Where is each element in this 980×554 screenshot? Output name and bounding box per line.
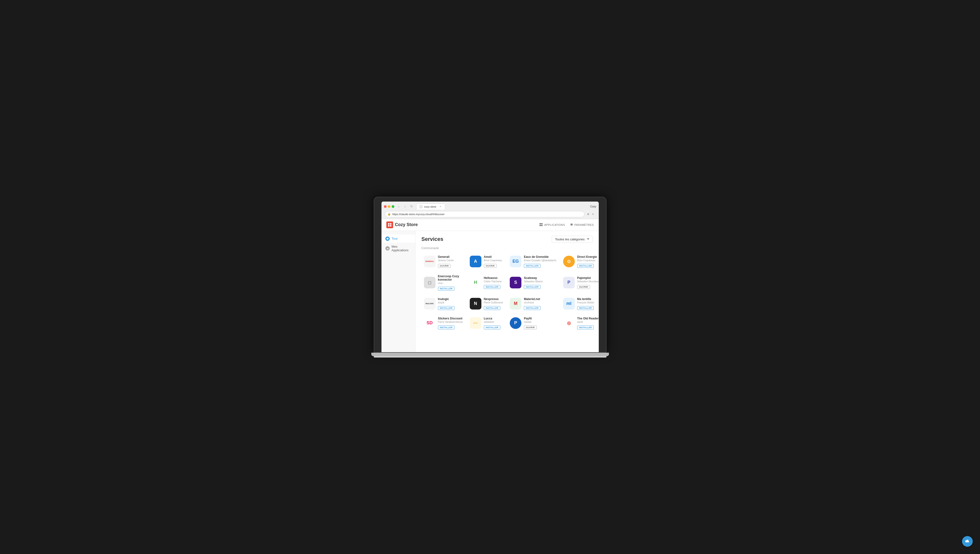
main-layout: Tout ☁ Mes Applications Services — [382, 231, 599, 352]
app-icon-enercoop: ◻ — [424, 277, 436, 288]
app-action-btn-nespresso[interactable]: INSTALLER — [484, 306, 501, 310]
app-icon-payfit: P — [510, 317, 522, 329]
browser-action-btn-2[interactable]: ≡ — [591, 212, 595, 217]
app-info-stickers-discount: Stickers DiscountPierre VandekerckhoveIN… — [438, 317, 463, 330]
app-logo-text: Cozy Store — [395, 222, 418, 227]
app-name-helloasso: Helloasso — [484, 276, 503, 280]
app-action-btn-inulogic[interactable]: INSTALLER — [438, 306, 455, 310]
app-icon-pajemploi: P — [563, 277, 575, 288]
app-action-btn-ameli[interactable]: OUVRIR — [484, 264, 497, 268]
app-card-stickers-discount: SDStickers DiscountPierre Vandekerckhove… — [422, 314, 465, 332]
app-action-btn-materielnet[interactable]: INSTALLER — [524, 306, 541, 310]
app-icon-generali: GENERALI — [424, 256, 436, 267]
app-nav: APPLICATIONS PARAMÈTRES — [539, 223, 594, 226]
app-name-direct-energie: Direct Energie — [577, 255, 599, 259]
laptop-base — [371, 353, 609, 356]
maximize-window-button[interactable] — [392, 205, 395, 208]
app-card-eaux-grenoble: EGEaux de GrenobleErwon Guyader (@tarata… — [508, 253, 559, 270]
tab-title: cozy-store — [424, 205, 436, 208]
logo-icon — [386, 221, 393, 228]
app-icon-direct-energie: ⊙ — [563, 256, 575, 267]
app-icon-materielnet: M — [510, 298, 522, 309]
app-info-helloasso: HelloassoCédric PatchaneINSTALLER — [484, 276, 503, 289]
nav-applications-label: APPLICATIONS — [544, 223, 565, 226]
browser-toolbar: ‹ › ↻ cozy-store × Cozy — [384, 204, 597, 211]
app-name-malentille: Ma lentille — [577, 298, 599, 301]
app-action-btn-payfit[interactable]: OUVRIR — [524, 325, 537, 330]
app-info-enercoop: Enercoop Cozy konnectorchut...INSTALLER — [438, 275, 463, 291]
app-card-ameli: AAmeliBrice CoquereauOUVRIR — [467, 253, 505, 270]
nav-parametres[interactable]: PARAMÈTRES — [570, 223, 594, 226]
app-action-btn-malentille[interactable]: INSTALLER — [577, 306, 594, 310]
app-name-scaleway: Scaleway — [524, 276, 556, 280]
tab-close-button[interactable]: × — [439, 205, 442, 209]
app-author-old-reader: iaedit — [577, 321, 599, 323]
app-author-scaleway: Sébastien Blaisot — [524, 280, 556, 283]
address-bar[interactable]: 🔒 https://claude-store.mycozy.cloud/#/di… — [385, 211, 584, 217]
app-name-nespresso: Nespresso — [484, 298, 503, 301]
minimize-window-button[interactable] — [388, 205, 390, 208]
app-card-direct-energie: ⊙Direct EnergieBrice CoquereauINSTALLER — [561, 253, 599, 270]
sidebar-icon-tout — [385, 237, 390, 241]
app-header: Cozy Store APPLICATIONS — [382, 219, 599, 231]
traffic-lights — [384, 205, 395, 208]
svg-point-8 — [387, 238, 388, 240]
app-info-pajemploi: PajemploiSébastien NicouleauOUVRIR — [577, 276, 599, 289]
app-action-btn-generali[interactable]: OUVRIR — [438, 264, 451, 268]
app-card-old-reader: ◎The Old ReaderiaeditINSTALLER — [561, 314, 599, 332]
reload-button[interactable]: ↻ — [409, 204, 414, 209]
floating-cloud-button[interactable] — [962, 536, 973, 547]
app-name-materielnet: Materiel.net — [524, 298, 556, 301]
app-name-payfit: Payfit — [524, 317, 556, 320]
sidebar-label-tout: Tout — [392, 237, 398, 240]
app-name-generali: Generali — [438, 255, 463, 259]
app-action-btn-lucca[interactable]: INSTALLER — [484, 325, 501, 330]
app-author-malentille: François Weber — [577, 301, 599, 304]
browser-action-btn-1[interactable]: ⊕ — [586, 212, 590, 217]
laptop-wrapper: ‹ › ↻ cozy-store × Cozy — [374, 197, 606, 358]
app-author-helloasso: Cédric Patchane — [484, 280, 503, 283]
app-name-old-reader: The Old Reader — [577, 317, 599, 320]
app-author-lucca: sebdalink — [484, 321, 503, 323]
tab-bar: cozy-store × — [416, 204, 445, 210]
app-action-btn-pajemploi[interactable]: OUVRIR — [577, 285, 590, 289]
browser-tab-cozy-store[interactable]: cozy-store × — [416, 204, 445, 210]
app-action-btn-helloasso[interactable]: INSTALLER — [484, 285, 501, 289]
sidebar-label-mes-apps: Mes Applications — [392, 245, 411, 252]
app-info-payfit: PayfitGaraôtOUVRIR — [524, 317, 556, 330]
app-action-btn-direct-energie[interactable]: INSTALLER — [577, 264, 594, 268]
back-button[interactable]: ‹ — [396, 204, 402, 209]
app-grid: GENERALIGeneraliJeremy CarrierOUVRIRAAme… — [422, 253, 593, 332]
svg-rect-1 — [390, 223, 391, 224]
app-card-helloasso: HHelloassoCédric PatchaneINSTALLER — [467, 272, 505, 293]
app-icon-nespresso: N — [470, 298, 481, 309]
svg-rect-2 — [388, 225, 390, 226]
app-author-generali: Jeremy Carrier — [438, 259, 463, 262]
app-author-enercoop: chut... — [438, 282, 463, 285]
browser-window: ‹ › ↻ cozy-store × Cozy — [382, 202, 599, 352]
app-icon-ameli: A — [470, 256, 481, 267]
category-dropdown[interactable]: Toutes les catégories — [552, 236, 592, 243]
app-card-lucca: luccaLuccasebdalinkINSTALLER — [467, 314, 505, 332]
app-action-btn-scaleway[interactable]: INSTALLER — [524, 285, 541, 289]
forward-button[interactable]: › — [402, 204, 408, 209]
app-action-btn-eaux-grenoble[interactable]: INSTALLER — [524, 264, 541, 268]
app-action-btn-stickers-discount[interactable]: INSTALLER — [438, 325, 455, 330]
app-info-generali: GeneraliJeremy CarrierOUVRIR — [438, 255, 463, 268]
app-content: Cozy Store APPLICATIONS — [382, 219, 599, 352]
svg-rect-7 — [541, 225, 542, 226]
sidebar-item-mes-applications[interactable]: ☁ Mes Applications — [382, 243, 415, 254]
nav-applications[interactable]: APPLICATIONS — [539, 223, 565, 226]
app-author-ameli: Brice Coquereau — [484, 259, 503, 262]
svg-rect-0 — [388, 223, 390, 224]
app-action-btn-enercoop[interactable]: INSTALLER — [438, 287, 455, 291]
app-card-enercoop: ◻Enercoop Cozy konnectorchut...INSTALLER — [422, 272, 465, 293]
app-author-payfit: Garaôt — [524, 321, 556, 323]
close-window-button[interactable] — [384, 205, 387, 208]
browser-nav: ‹ › ↻ — [396, 204, 414, 209]
app-action-btn-old-reader[interactable]: INSTALLER — [577, 325, 594, 330]
app-card-scaleway: SScalewaySébastien BlaisotINSTALLER — [508, 272, 559, 293]
app-info-old-reader: The Old ReaderiaeditINSTALLER — [577, 317, 599, 330]
sidebar-item-tout[interactable]: Tout — [382, 234, 415, 243]
app-card-inulogic: INULOGICInulogicdrazikINSTALLER — [422, 295, 465, 312]
